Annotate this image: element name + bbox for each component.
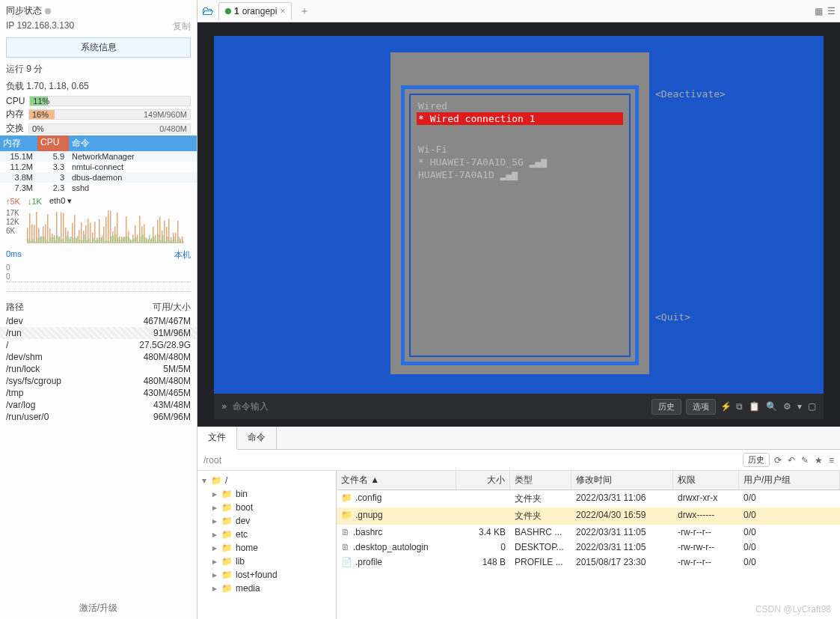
system-info-button[interactable]: 系统信息: [6, 37, 191, 58]
main-area: 🗁 1 orangepi × ＋ ▦ ☰ Wired * Wired co: [197, 0, 840, 619]
status-dot-icon: [225, 8, 231, 14]
chevron-down-icon[interactable]: ▾: [797, 401, 802, 412]
col-own[interactable]: 用户/用户组: [739, 471, 840, 490]
svg-rect-37: [68, 237, 70, 244]
wired-connection-item[interactable]: * Wired connection 1: [417, 112, 623, 125]
svg-rect-85: [122, 238, 123, 243]
process-row[interactable]: 11.2M3.3nmtui-connect: [0, 162, 197, 172]
svg-rect-68: [103, 227, 105, 243]
fs-row[interactable]: /sys/fs/cgroup480M/480M: [0, 375, 197, 387]
col-size[interactable]: 大小: [456, 471, 510, 490]
col-name[interactable]: 文件名 ▲: [337, 471, 456, 490]
path-history-button[interactable]: 历史: [743, 453, 770, 467]
table-row[interactable]: 🗎.desktop_autologin0DESKTOP...2022/03/31…: [337, 540, 840, 555]
wifi-item[interactable]: HUAWEI-7A0A1D ▂▄▆: [417, 168, 623, 181]
tree-item[interactable]: ▸📁lib: [200, 555, 333, 568]
svg-rect-73: [108, 242, 110, 244]
process-row[interactable]: 7.3M2.3sshd: [0, 183, 197, 193]
svg-rect-117: [158, 235, 159, 244]
table-row[interactable]: 🗎.bashrc3.4 KBBASHRC ...2022/03/31 11:05…: [337, 525, 840, 540]
file-tree[interactable]: ▾ 📁 / ▸📁bin▸📁boot▸📁dev▸📁etc▸📁home▸📁lib▸📁…: [197, 471, 337, 619]
col-date[interactable]: 修改时间: [571, 471, 673, 490]
tree-item[interactable]: ▸📁dev: [200, 514, 333, 528]
options-button[interactable]: 选项: [686, 399, 716, 415]
ip-row: IP 192.168.3.130 复制: [0, 19, 197, 34]
fs-row[interactable]: /dev467M/467M: [0, 315, 197, 327]
table-row[interactable]: 📁.gnupg文件夹2022/04/30 16:59drwx------0/0: [337, 507, 840, 525]
col-type[interactable]: 类型: [510, 471, 571, 490]
command-bar: » 命令输入 历史 选项 ⚡ ⧉ 📋 🔍 ⚙ ▾ ▢: [214, 394, 824, 419]
terminal-tabbar: 🗁 1 orangepi × ＋ ▦ ☰: [197, 0, 840, 22]
fs-row[interactable]: /run/lock5M/5M: [0, 363, 197, 375]
tree-root[interactable]: ▾ 📁 /: [200, 474, 333, 487]
add-tab-button[interactable]: ＋: [296, 4, 313, 18]
uptime-label: 运行 9 分: [0, 61, 197, 78]
table-header: 文件名 ▲ 大小 类型 修改时间 权限 用户/用户组: [337, 471, 840, 490]
fs-row[interactable]: /dev/shm480M/480M: [0, 351, 197, 363]
svg-rect-135: [178, 237, 180, 243]
edit-icon[interactable]: ✎: [801, 455, 809, 466]
tree-item[interactable]: ▸📁lost+found: [200, 568, 333, 582]
table-row[interactable]: 📄.profile148 BPROFILE ...2015/08/17 23:3…: [337, 555, 840, 570]
clipboard-icon[interactable]: 📋: [749, 401, 760, 412]
fs-row[interactable]: /run91M/96M: [0, 327, 197, 339]
tree-item[interactable]: ▸📁home: [200, 541, 333, 555]
col-perm[interactable]: 权限: [673, 471, 739, 490]
tree-item[interactable]: ▸📁media: [200, 582, 333, 595]
folder-icon[interactable]: 🗁: [202, 4, 214, 18]
process-row[interactable]: 15.1M5.9NetworkManager: [0, 151, 197, 162]
wifi-item[interactable]: * HUAWEI-7A0A1D_5G ▂▄▆: [417, 156, 623, 168]
grid-icon[interactable]: ▦: [815, 6, 823, 16]
svg-rect-72: [108, 211, 109, 244]
table-row[interactable]: 📁.config文件夹2022/03/31 11:06drwxr-xr-x0/0: [337, 490, 840, 507]
search-icon[interactable]: 🔍: [766, 401, 777, 412]
command-input[interactable]: 命令输入: [233, 400, 269, 413]
close-icon[interactable]: ×: [280, 6, 285, 16]
back-icon[interactable]: ↶: [788, 455, 795, 466]
svg-rect-93: [131, 240, 132, 243]
tab-commands[interactable]: 命令: [237, 427, 277, 449]
activate-button[interactable]: 激活/升级: [0, 597, 197, 619]
history-button[interactable]: 历史: [652, 399, 681, 415]
copy-button[interactable]: 复制: [173, 20, 191, 33]
gear-icon[interactable]: ⚙: [783, 401, 791, 412]
svg-rect-47: [79, 240, 81, 244]
svg-rect-60: [94, 222, 96, 244]
svg-rect-56: [90, 223, 91, 244]
tab-files[interactable]: 文件: [197, 427, 237, 450]
svg-rect-59: [93, 238, 94, 243]
terminal-tab[interactable]: 1 orangepi ×: [218, 2, 292, 19]
fs-row[interactable]: /var/log43M/48M: [0, 399, 197, 411]
wired-header: Wired: [417, 100, 623, 112]
tree-item[interactable]: ▸📁etc: [200, 528, 333, 541]
wifi-header: Wi-Fi: [417, 143, 623, 156]
svg-rect-118: [159, 217, 161, 244]
latency-host[interactable]: 本机: [174, 249, 191, 260]
process-row[interactable]: 3.8M3dbus-daemon: [0, 172, 197, 183]
fullscreen-icon[interactable]: ▢: [808, 401, 816, 412]
fs-row[interactable]: /tmp430M/465M: [0, 387, 197, 399]
list-icon[interactable]: ☰: [827, 6, 836, 16]
folder-icon: 📁: [341, 510, 352, 520]
tree-item[interactable]: ▸📁bin: [200, 487, 333, 501]
bolt-icon[interactable]: ⚡: [720, 401, 732, 412]
svg-rect-2: [29, 213, 31, 243]
refresh-icon[interactable]: ⟳: [774, 455, 782, 466]
deactivate-button[interactable]: <Deactivate>: [655, 88, 726, 100]
prompt-icon: »: [221, 401, 227, 412]
file-area: ▾ 📁 / ▸📁bin▸📁boot▸📁dev▸📁etc▸📁home▸📁lib▸📁…: [197, 471, 840, 619]
svg-rect-61: [95, 240, 96, 243]
interface-select[interactable]: eth0 ▾: [49, 196, 72, 206]
path-input[interactable]: /root: [203, 455, 738, 466]
fs-row[interactable]: /27.5G/28.9G: [0, 339, 197, 351]
svg-rect-105: [144, 237, 146, 243]
quit-button[interactable]: <Quit>: [655, 311, 690, 323]
share-icon[interactable]: ⧉: [736, 401, 743, 412]
fs-row[interactable]: /run/user/096M/96M: [0, 411, 197, 423]
collapse-icon[interactable]: ▾: [200, 475, 208, 486]
menu-icon[interactable]: ≡: [829, 455, 834, 466]
bookmark-icon[interactable]: ★: [815, 455, 823, 466]
terminal-canvas[interactable]: Wired * Wired connection 1 Wi-Fi * HUAWE…: [214, 36, 824, 394]
svg-rect-1: [28, 240, 29, 244]
tree-item[interactable]: ▸📁boot: [200, 501, 333, 514]
